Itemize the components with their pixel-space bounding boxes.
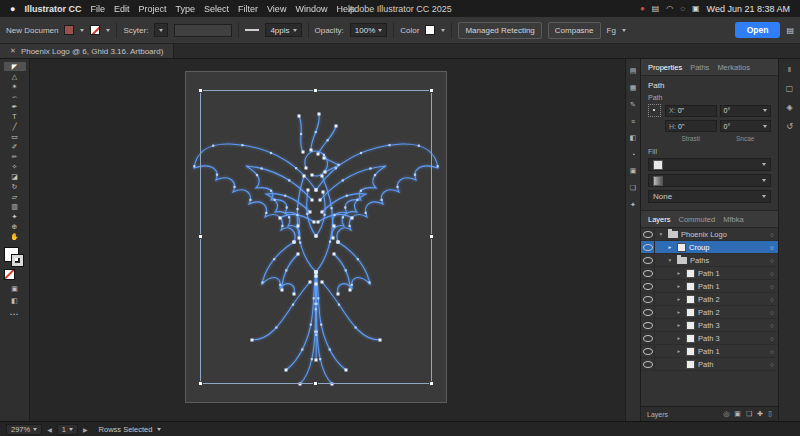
target-icon[interactable]: ○ [770, 335, 774, 342]
share-icon[interactable]: ▤ [786, 26, 794, 35]
visibility-toggle[interactable] [641, 280, 655, 292]
transparency-panel-icon[interactable]: ◔ [631, 151, 635, 158]
visibility-toggle[interactable] [641, 293, 655, 305]
menu-item-select[interactable]: Select [204, 4, 229, 14]
tab-mfbka[interactable]: Mfbka [723, 215, 743, 224]
adjust-panel-icon[interactable]: ◈ [786, 103, 792, 112]
type-tool[interactable]: T [4, 112, 26, 121]
layer-row-path-1[interactable]: ▸Path 1○ [641, 267, 778, 280]
stroke-panel-icon[interactable]: ≡ [631, 118, 635, 125]
shear-field[interactable]: 0° [720, 120, 772, 132]
tab-merkatios[interactable]: Merkatios [717, 63, 750, 72]
expand-arrow[interactable]: ▸ [675, 283, 683, 289]
magic-wand-tool[interactable]: ✶ [4, 82, 26, 91]
stroke-color-swatch[interactable] [90, 25, 100, 35]
brushes-panel-icon[interactable]: ✎ [630, 101, 636, 109]
target-icon[interactable]: ○ [770, 309, 774, 316]
artboard[interactable] [185, 71, 447, 403]
target-icon[interactable]: ○ [770, 283, 774, 290]
hand-tool[interactable]: ✋ [4, 232, 26, 241]
draw-normal-mode-icon[interactable]: ▣ [11, 285, 18, 293]
locate-object-icon[interactable]: ◎ [723, 410, 729, 418]
menu-item-illustrator-cc[interactable]: Illustrator CC [24, 4, 81, 14]
menu-item-view[interactable]: View [267, 4, 286, 14]
screen-mode-icon[interactable]: ◧ [11, 297, 18, 305]
apple-logo-icon[interactable]: ● [10, 4, 15, 14]
graphic-styles-panel-icon[interactable]: ❏ [630, 184, 636, 192]
stroke-proxy-swatch[interactable] [12, 255, 23, 266]
visibility-toggle[interactable] [641, 306, 655, 318]
history-panel-icon[interactable]: ↺ [786, 122, 793, 131]
rectangle-tool[interactable]: ▭ [4, 132, 26, 141]
target-icon[interactable]: ○ [770, 270, 774, 277]
expand-arrow[interactable]: ▸ [675, 322, 683, 328]
h-field[interactable]: H: 0" [665, 120, 717, 132]
gradient-panel-icon[interactable]: ◧ [630, 134, 637, 142]
tab-paths[interactable]: Paths [690, 63, 709, 72]
visibility-toggle[interactable] [641, 254, 655, 266]
expand-arrow[interactable]: ▸ [675, 335, 683, 341]
new-document-label[interactable]: New Documen [6, 26, 58, 35]
eraser-tool[interactable]: ◪ [4, 172, 26, 181]
target-icon[interactable]: ○ [770, 322, 774, 329]
target-icon[interactable]: ○ [770, 348, 774, 355]
shaper-tool[interactable]: ✧ [4, 162, 26, 171]
expand-arrow[interactable]: ▾ [657, 231, 665, 237]
paintbrush-tool[interactable]: ✐ [4, 142, 26, 151]
delete-layer-icon[interactable]: ▯ [768, 410, 772, 418]
swatches-panel-icon[interactable]: ▦ [630, 84, 637, 92]
tab-properties[interactable]: Properties [648, 63, 682, 72]
style-dropdown[interactable] [154, 23, 168, 37]
layer-row-path-2[interactable]: ▸Path 2○ [641, 293, 778, 306]
visibility-toggle[interactable] [641, 332, 655, 344]
gradient-tool[interactable]: ▥ [4, 202, 26, 211]
opacity-dropdown[interactable]: 100% [350, 23, 387, 37]
zoom-tool[interactable]: ⊕ [4, 222, 26, 231]
collapse-panels-icon[interactable]: ‖ [788, 65, 791, 74]
next-artboard-button[interactable]: ▶ [83, 426, 88, 433]
target-icon[interactable]: ○ [770, 231, 774, 238]
lasso-tool[interactable]: ∽ [4, 92, 26, 101]
menu-item-project[interactable]: Project [138, 4, 166, 14]
menu-item-window[interactable]: Window [295, 4, 327, 14]
visibility-toggle[interactable] [641, 241, 655, 253]
menu-item-type[interactable]: Type [176, 4, 196, 14]
open-button[interactable]: Open [735, 22, 781, 38]
target-icon[interactable]: ○ [770, 244, 774, 251]
color-swatch[interactable] [425, 25, 435, 35]
control-center-icon[interactable]: ▣ [692, 4, 700, 13]
phoenix-artwork[interactable] [186, 72, 446, 402]
expand-arrow[interactable]: ▸ [675, 270, 683, 276]
menubar-clock[interactable]: Wed Jun 21 8:38 AM [707, 4, 790, 14]
target-icon[interactable]: ○ [770, 257, 774, 264]
edit-toolbar-icon[interactable]: ⋯ [10, 309, 20, 319]
zoom-dropdown[interactable]: 297% [6, 424, 42, 435]
layer-row-paths[interactable]: ▾Paths○ [641, 254, 778, 267]
layer-row-path[interactable]: Path○ [641, 358, 778, 371]
layer-row-phoenix-logo[interactable]: ▾Phoenix Logo○ [641, 228, 778, 241]
search-icon[interactable]: ◌ [680, 4, 685, 13]
visibility-toggle[interactable] [641, 358, 655, 370]
display-icon[interactable]: ▤ [652, 4, 660, 13]
canvas[interactable] [30, 59, 625, 421]
layer-row-path-1[interactable]: ▸Path 1○ [641, 345, 778, 358]
scale-tool[interactable]: ▱ [4, 192, 26, 201]
layer-row-path-2[interactable]: ▸Path 2○ [641, 306, 778, 319]
compasne-button[interactable]: Compasne [548, 22, 601, 39]
pencil-tool[interactable]: ✏ [4, 152, 26, 161]
wifi-icon[interactable]: ◠ [666, 4, 673, 13]
visibility-toggle[interactable] [641, 345, 655, 357]
pen-tool[interactable]: ✒ [4, 102, 26, 111]
libraries-panel-icon[interactable]: ▢ [786, 84, 794, 93]
visibility-toggle[interactable] [641, 319, 655, 331]
fill-color-swatch[interactable] [64, 25, 74, 35]
none-color-swatch[interactable] [4, 269, 15, 280]
status-indicator-dropdown[interactable]: Rowss Selected [99, 425, 153, 434]
tab-commuted[interactable]: Commuted [679, 215, 716, 224]
layer-row-path-3[interactable]: ▸Path 3○ [641, 319, 778, 332]
layer-row-croup[interactable]: ▸Croup○ [641, 241, 778, 254]
menu-item-file[interactable]: File [90, 4, 105, 14]
document-tab[interactable]: ✕ Phoenix Logo @ 6, Ghid 3.16. Artboard) [0, 44, 174, 58]
menu-item-edit[interactable]: Edit [114, 4, 130, 14]
symbols-panel-icon[interactable]: ✦ [630, 201, 636, 209]
